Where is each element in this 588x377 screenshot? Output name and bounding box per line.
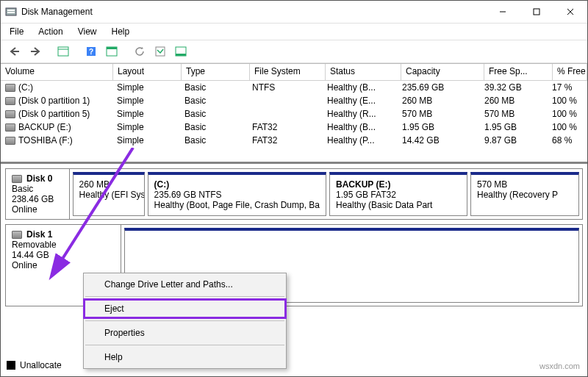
cell xyxy=(248,112,323,116)
disk-size: 238.46 GB xyxy=(12,194,63,204)
cell: Healthy (R... xyxy=(323,107,398,121)
col-volume[interactable]: Volume xyxy=(1,64,113,80)
cell: 14.42 GB xyxy=(398,133,480,148)
cell: NTFS xyxy=(248,81,323,95)
cell: 100 % xyxy=(548,120,587,134)
back-button[interactable] xyxy=(5,42,24,61)
col-free[interactable]: Free Sp... xyxy=(484,64,553,80)
part-size: 260 MB xyxy=(79,179,138,190)
cell: Simple xyxy=(112,107,180,121)
forward-button[interactable] xyxy=(26,42,45,61)
disk-status: Online xyxy=(12,260,115,270)
cell: 1.95 GB xyxy=(480,120,548,134)
svg-rect-4 xyxy=(534,9,539,15)
cell: 570 MB xyxy=(398,107,480,121)
volume-list: (C:) Simple Basic NTFS Healthy (B... 235… xyxy=(1,81,587,162)
settings-bottom-button[interactable] xyxy=(171,42,190,61)
drive-icon xyxy=(5,137,15,145)
cell: FAT32 xyxy=(248,133,323,148)
disk-icon xyxy=(12,175,22,183)
menu-properties[interactable]: Properties xyxy=(84,323,286,342)
cell: Simple xyxy=(112,133,180,148)
close-button[interactable] xyxy=(553,1,587,23)
menu-file[interactable]: File xyxy=(4,25,29,38)
cell: (C:) xyxy=(18,82,33,93)
disk-icon xyxy=(12,231,22,239)
menu-change-drive-letter[interactable]: Change Drive Letter and Paths... xyxy=(84,275,286,294)
cell xyxy=(248,98,323,103)
volume-row[interactable]: (C:) Simple Basic NTFS Healthy (B... 235… xyxy=(1,81,587,94)
part-size: 235.69 GB NTFS xyxy=(154,190,320,200)
disk0-partitions: 260 MB Healthy (EFI Syst (C:) 235.69 GB … xyxy=(70,169,582,219)
cell: 260 MB xyxy=(398,93,480,108)
maximize-button[interactable] xyxy=(520,1,553,23)
window-controls xyxy=(486,1,587,23)
cell: 260 MB xyxy=(480,93,548,108)
menu-separator xyxy=(85,320,284,321)
app-icon xyxy=(5,6,17,18)
disk-status: Online xyxy=(12,204,63,215)
cell: Simple xyxy=(112,120,180,134)
cell: 68 % xyxy=(548,133,587,148)
refresh-button[interactable] xyxy=(130,42,149,61)
menu-help[interactable]: Help xyxy=(84,348,286,367)
context-menu: Change Drive Letter and Paths... Eject P… xyxy=(83,273,287,369)
svg-text:?: ? xyxy=(89,48,93,56)
cell: 570 MB xyxy=(480,107,548,121)
drive-icon xyxy=(5,84,15,92)
drive-icon xyxy=(5,110,15,118)
show-hide-button[interactable] xyxy=(54,42,73,61)
menu-view[interactable]: View xyxy=(72,25,103,38)
svg-rect-9 xyxy=(58,47,68,56)
volume-row[interactable]: (Disk 0 partition 1) Simple Basic Health… xyxy=(1,94,587,107)
cell: (Disk 0 partition 1) xyxy=(18,96,90,106)
disk0-label[interactable]: Disk 0 Basic 238.46 GB Online xyxy=(6,169,70,219)
svg-rect-1 xyxy=(7,10,15,11)
disk-name: Disk 1 xyxy=(26,229,52,240)
part-status: Healthy (Boot, Page File, Crash Dump, Ba xyxy=(154,200,320,210)
part-status: Healthy (Basic Data Part xyxy=(336,200,461,210)
cell: 100 % xyxy=(548,107,587,121)
cell: Simple xyxy=(112,93,180,108)
col-pctfree[interactable]: % Free xyxy=(553,64,587,80)
volume-row[interactable]: (Disk 0 partition 5) Simple Basic Health… xyxy=(1,107,587,121)
legend: Unallocate xyxy=(7,360,62,370)
drive-icon xyxy=(5,123,15,132)
partition-recovery[interactable]: 570 MB Healthy (Recovery P xyxy=(470,172,579,216)
menu-help[interactable]: Help xyxy=(106,25,136,38)
menu-separator xyxy=(85,296,284,297)
volume-row[interactable]: TOSHIBA (F:) Simple Basic FAT32 Healthy … xyxy=(1,134,587,147)
cell: Basic xyxy=(180,120,248,134)
col-layout[interactable]: Layout xyxy=(113,64,182,80)
menu-action[interactable]: Action xyxy=(32,25,68,38)
col-status[interactable]: Status xyxy=(326,64,401,80)
disk-name: Disk 0 xyxy=(26,173,52,184)
disk-size: 14.44 GB xyxy=(12,250,115,260)
col-type[interactable]: Type xyxy=(182,64,250,80)
legend-swatch-unallocated xyxy=(7,361,15,370)
menubar: File Action View Help xyxy=(1,24,587,40)
list-button[interactable] xyxy=(151,42,170,61)
cell: Healthy (E... xyxy=(323,93,398,108)
col-filesystem[interactable]: File System xyxy=(250,64,326,80)
col-capacity[interactable]: Capacity xyxy=(401,64,484,80)
partition-c[interactable]: (C:) 235.69 GB NTFS Healthy (Boot, Page … xyxy=(148,172,326,216)
settings-top-button[interactable] xyxy=(102,42,121,61)
help-button[interactable]: ? xyxy=(82,42,101,61)
toolbar: ? xyxy=(1,40,587,63)
volume-row[interactable]: BACKUP (E:) Simple Basic FAT32 Healthy (… xyxy=(1,121,587,134)
partition-backup[interactable]: BACKUP (E:) 1.95 GB FAT32 Healthy (Basic… xyxy=(329,172,467,216)
cell: 100 % xyxy=(548,93,587,108)
disk-type: Removable xyxy=(12,240,115,250)
minimize-button[interactable] xyxy=(486,1,520,23)
window: Disk Management File Action View Help ? … xyxy=(0,0,588,377)
partition-efi[interactable]: 260 MB Healthy (EFI Syst xyxy=(73,172,145,216)
cell: Healthy (P... xyxy=(323,133,398,148)
svg-rect-17 xyxy=(176,54,186,56)
menu-eject[interactable]: Eject xyxy=(84,299,286,318)
legend-label: Unallocate xyxy=(20,360,62,370)
part-title: (C:) xyxy=(154,179,320,190)
disk-type: Basic xyxy=(12,184,63,194)
svg-rect-15 xyxy=(156,47,165,56)
svg-rect-2 xyxy=(7,12,15,13)
